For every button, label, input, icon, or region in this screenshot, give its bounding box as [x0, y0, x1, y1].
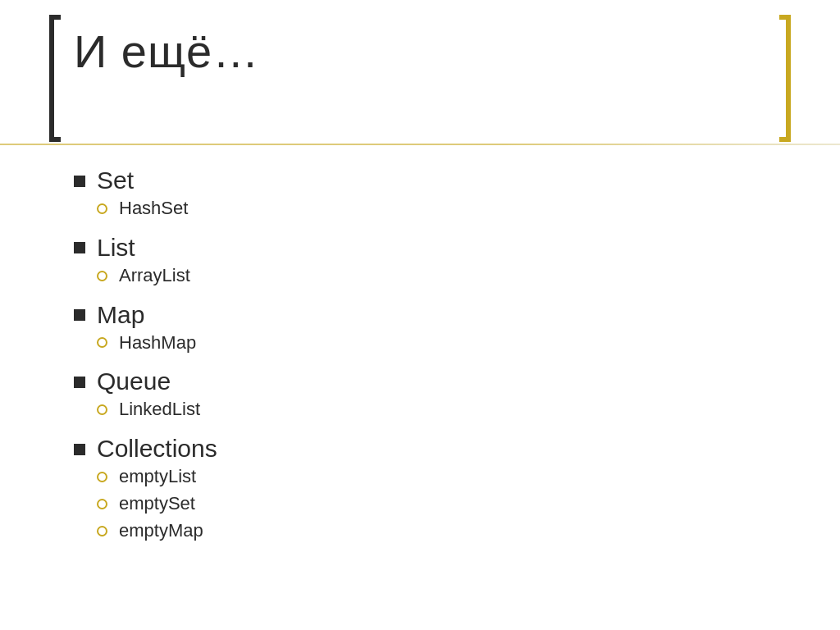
- sub-list: HashMap: [97, 331, 217, 358]
- sub-list-item: HashMap: [97, 331, 217, 356]
- sub-item-label: emptySet: [119, 491, 195, 517]
- bullet-square-icon: [74, 176, 85, 187]
- list-item: SetHashSet: [74, 164, 217, 228]
- main-item-label: Queue: [97, 365, 171, 397]
- sub-list-item: emptyMap: [97, 518, 217, 544]
- sub-list-item: ArrayList: [97, 263, 217, 289]
- sub-list: LinkedList: [97, 397, 217, 424]
- bullet-square-icon: [74, 444, 85, 455]
- bullet-square-icon: [74, 309, 85, 321]
- main-item-row: Map: [74, 299, 217, 331]
- main-item-row: Collections: [74, 432, 217, 464]
- list-item: QueueLinkedList: [74, 365, 217, 429]
- sub-list-item: emptyList: [97, 464, 217, 490]
- bullet-circle-icon: [97, 271, 107, 281]
- sub-item-label: HashSet: [119, 196, 188, 221]
- sub-list: HashSet: [97, 196, 217, 223]
- bullet-circle-icon: [97, 499, 107, 509]
- sub-item-label: emptyMap: [119, 518, 203, 544]
- sub-item-label: emptyList: [119, 464, 196, 490]
- main-item-row: Set: [74, 164, 217, 196]
- bullet-square-icon: [74, 242, 85, 253]
- main-item-row: Queue: [74, 365, 217, 397]
- sub-list-item: LinkedList: [97, 397, 217, 422]
- sub-item-label: HashMap: [119, 331, 196, 356]
- list-item: MapHashMap: [74, 299, 217, 363]
- bracket-right-decoration: [779, 15, 791, 142]
- bullet-circle-icon: [97, 472, 107, 482]
- slide-title: И ещё…: [74, 25, 259, 78]
- bullet-circle-icon: [97, 337, 107, 348]
- bullet-circle-icon: [97, 526, 107, 536]
- content-area: SetHashSetListArrayListMapHashMapQueueLi…: [74, 164, 217, 554]
- sub-item-label: ArrayList: [119, 263, 190, 289]
- sub-list: ArrayList: [97, 263, 217, 290]
- bracket-left-decoration: [49, 15, 61, 142]
- list-item: CollectionsemptyListemptySetemptyMap: [74, 432, 217, 550]
- sub-item-label: LinkedList: [119, 397, 200, 422]
- main-item-label: Set: [97, 164, 134, 196]
- bullet-circle-icon: [97, 203, 107, 214]
- bullet-circle-icon: [97, 404, 107, 415]
- main-item-label: Map: [97, 299, 144, 331]
- sub-list-item: HashSet: [97, 196, 217, 221]
- sub-list-item: emptySet: [97, 491, 217, 517]
- main-list: SetHashSetListArrayListMapHashMapQueueLi…: [74, 164, 217, 550]
- main-item-label: List: [97, 231, 135, 263]
- list-item: ListArrayList: [74, 231, 217, 295]
- bullet-square-icon: [74, 377, 85, 388]
- sub-list: emptyListemptySetemptyMap: [97, 464, 217, 545]
- main-item-row: List: [74, 231, 217, 263]
- divider-line: [0, 144, 840, 145]
- main-item-label: Collections: [97, 432, 217, 464]
